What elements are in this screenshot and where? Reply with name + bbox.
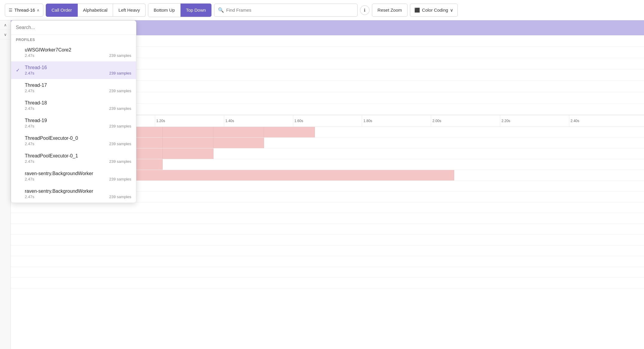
dropdown-item-meta: 2.47s 239 samples bbox=[25, 195, 131, 199]
dropdown-item-threadpool0[interactable]: ThreadPoolExecutor-0_0 2.47s 239 samples bbox=[11, 132, 136, 150]
toolbar: ☰ Thread-16 ∧ Call Order Alphabetical Le… bbox=[0, 0, 644, 20]
dropdown-item-threadpool1[interactable]: ThreadPoolExecutor-0_1 2.47s 239 samples bbox=[11, 150, 136, 167]
dropdown-item-samples: 239 samples bbox=[109, 177, 131, 181]
find-frames-input[interactable] bbox=[226, 7, 354, 13]
dropdown-item-meta: 2.47s 239 samples bbox=[25, 106, 131, 111]
dropdown-search-input[interactable] bbox=[16, 25, 131, 30]
dropdown-item-duration: 2.47s bbox=[25, 106, 34, 111]
dropdown-item-thread18[interactable]: Thread-18 2.47s 239 samples bbox=[11, 97, 136, 114]
dropdown-item-meta: 2.47s 239 samples bbox=[25, 124, 131, 128]
top-down-button[interactable]: Top Down bbox=[181, 4, 211, 17]
flame-row-13 bbox=[11, 267, 644, 278]
check-icon: ✓ bbox=[16, 67, 22, 73]
dropdown-item-name: Thread-17 bbox=[25, 83, 131, 88]
call-order-button[interactable]: Call Order bbox=[46, 4, 77, 17]
left-panel: ∧ ∨ bbox=[0, 20, 11, 349]
dropdown-item-duration: 2.47s bbox=[25, 124, 34, 128]
dropdown-item-content: ThreadPoolExecutor-0_0 2.47s 239 samples bbox=[25, 136, 131, 146]
flame-cell-pink bbox=[213, 127, 264, 137]
dropdown-item-duration: 2.47s bbox=[25, 53, 34, 58]
dropdown-item-content: Thread-17 2.47s 239 samples bbox=[25, 83, 131, 93]
dropdown-search-container[interactable] bbox=[11, 21, 136, 35]
find-frames-search-box[interactable]: 🔍 bbox=[214, 4, 358, 17]
dropdown-item-duration: 2.47s bbox=[25, 142, 34, 146]
info-button[interactable]: ℹ bbox=[360, 5, 370, 15]
search-icon: 🔍 bbox=[218, 7, 224, 13]
hamburger-icon: ☰ bbox=[9, 8, 13, 13]
dropdown-item-meta: 2.47s 239 samples bbox=[25, 142, 131, 146]
dropdown-item-raven1[interactable]: raven-sentry.BackgroundWorker 2.47s 239 … bbox=[11, 185, 136, 203]
flame-row-7 bbox=[11, 202, 644, 213]
dropdown-item-name: ThreadPoolExecutor-0_0 bbox=[25, 136, 131, 141]
flame-row-10 bbox=[11, 235, 644, 245]
dropdown-item-content: uWSGIWorker7Core2 2.47s 239 samples bbox=[25, 47, 131, 58]
flame-cell-pink bbox=[163, 127, 213, 137]
collapse-up-button[interactable]: ∧ bbox=[0, 20, 10, 30]
chevron-down-icon: ∨ bbox=[450, 7, 453, 13]
dropdown-item-uwsgi[interactable]: uWSGIWorker7Core2 2.47s 239 samples bbox=[11, 44, 136, 61]
dropdown-item-thread19[interactable]: Thread-19 2.47s 239 samples bbox=[11, 114, 136, 132]
color-coding-button[interactable]: ⬛ Color Coding ∨ bbox=[410, 4, 458, 17]
dropdown-item-samples: 239 samples bbox=[109, 106, 131, 111]
dropdown-item-samples: 239 samples bbox=[109, 142, 131, 146]
dropdown-item-duration: 2.47s bbox=[25, 159, 34, 164]
chevron-up-icon: ∧ bbox=[37, 8, 39, 12]
tick-6: 2.00s bbox=[431, 115, 500, 127]
tick-7: 2.20s bbox=[500, 115, 569, 127]
dropdown-item-name: raven-sentry.BackgroundWorker bbox=[25, 189, 131, 194]
dropdown-item-name: uWSGIWorker7Core2 bbox=[25, 47, 131, 53]
thread-selector-label: Thread-16 bbox=[14, 7, 35, 13]
tick-3: 1.40s bbox=[224, 115, 293, 127]
dropdown-item-duration: 2.47s bbox=[25, 177, 34, 181]
dropdown-item-content: ThreadPoolExecutor-0_1 2.47s 239 samples bbox=[25, 153, 131, 164]
color-coding-label: Color Coding bbox=[422, 7, 448, 13]
bottom-up-button[interactable]: Bottom Up bbox=[148, 4, 181, 17]
reset-zoom-button[interactable]: Reset Zoom bbox=[372, 4, 408, 17]
info-icon: ℹ bbox=[364, 8, 365, 13]
flame-cell-pink bbox=[264, 127, 315, 137]
dropdown-item-raven0[interactable]: raven-sentry.BackgroundWorker 2.47s 239 … bbox=[11, 167, 136, 185]
dropdown-item-meta: 2.47s 239 samples bbox=[25, 71, 131, 75]
dropdown-item-samples: 239 samples bbox=[109, 53, 131, 58]
flame-row-8 bbox=[11, 213, 644, 224]
flame-row-9 bbox=[11, 224, 644, 235]
flame-cell-pink bbox=[163, 138, 213, 148]
dropdown-item-duration: 2.47s bbox=[25, 195, 34, 199]
thread-selector[interactable]: ☰ Thread-16 ∧ bbox=[5, 4, 43, 17]
dropdown-item-content: Thread-19 2.47s 239 samples bbox=[25, 118, 131, 128]
dropdown-item-content: Thread-18 2.47s 239 samples bbox=[25, 100, 131, 111]
dropdown-item-thread17[interactable]: Thread-17 2.47s 239 samples bbox=[11, 79, 136, 97]
flame-cell-empty bbox=[264, 138, 644, 148]
tick-8: 2.40s bbox=[569, 115, 638, 127]
color-swatch-icon: ⬛ bbox=[414, 7, 420, 13]
sort-button-group: Call Order Alphabetical Left Heavy bbox=[46, 4, 146, 17]
dropdown-item-name: ThreadPoolExecutor-0_1 bbox=[25, 153, 131, 159]
alphabetical-button[interactable]: Alphabetical bbox=[78, 4, 113, 17]
dropdown-item-meta: 2.47s 239 samples bbox=[25, 177, 131, 181]
dropdown-item-meta: 2.47s 239 samples bbox=[25, 159, 131, 164]
dropdown-item-samples: 239 samples bbox=[109, 159, 131, 164]
dropdown-item-content: raven-sentry.BackgroundWorker 2.47s 239 … bbox=[25, 189, 131, 199]
dropdown-item-name: Thread-18 bbox=[25, 100, 131, 106]
flame-row-11 bbox=[11, 245, 644, 256]
flame-row-14 bbox=[11, 278, 644, 289]
dropdown-item-samples: 239 samples bbox=[109, 195, 131, 199]
flame-cell-empty bbox=[213, 148, 644, 159]
left-heavy-button[interactable]: Left Heavy bbox=[113, 4, 146, 17]
dropdown-item-content: raven-sentry.BackgroundWorker 2.47s 239 … bbox=[25, 171, 131, 181]
dropdown-item-samples: 239 samples bbox=[109, 71, 131, 75]
dropdown-item-content: Thread-16 2.47s 239 samples bbox=[25, 65, 131, 75]
dropdown-item-name: Thread-19 bbox=[25, 118, 131, 123]
dropdown-item-duration: 2.47s bbox=[25, 89, 34, 93]
dropdown-item-samples: 239 samples bbox=[109, 89, 131, 93]
direction-button-group: Bottom Up Top Down bbox=[148, 3, 212, 17]
flame-cell-pink bbox=[163, 148, 213, 159]
dropdown-item-thread16[interactable]: ✓ Thread-16 2.47s 239 samples bbox=[11, 61, 136, 79]
dropdown-item-name: raven-sentry.BackgroundWorker bbox=[25, 171, 131, 176]
profiles-section-label: PROFILES bbox=[11, 35, 136, 44]
tick-5: 1.80s bbox=[362, 115, 431, 127]
flame-cell-empty bbox=[163, 159, 644, 170]
collapse-down-button[interactable]: ∨ bbox=[0, 30, 10, 40]
flame-cell-pink bbox=[213, 138, 264, 148]
dropdown-item-meta: 2.47s 239 samples bbox=[25, 53, 131, 58]
